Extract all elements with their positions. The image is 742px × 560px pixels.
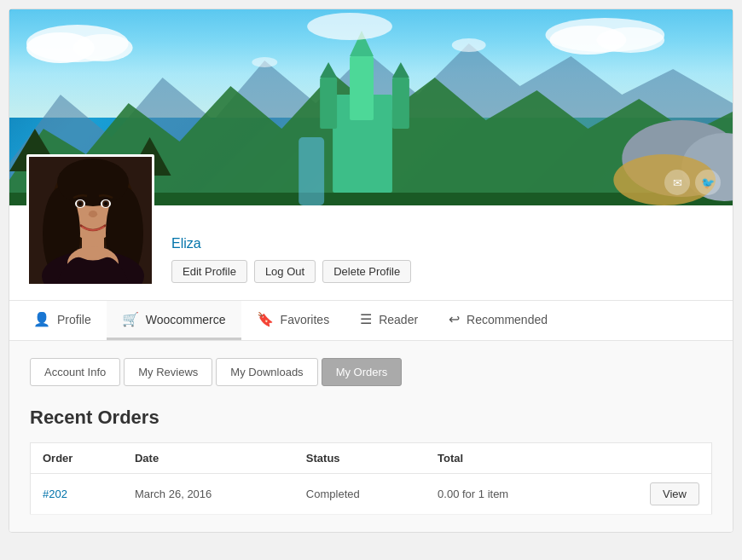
svg-marker-10 (392, 62, 409, 78)
svg-point-30 (57, 159, 129, 206)
woocommerce-icon: 🛒 (122, 311, 139, 327)
svg-marker-8 (320, 62, 337, 78)
tab-reader[interactable]: ☰ Reader (345, 301, 433, 340)
tab-favorites[interactable]: 🔖 Favorites (241, 301, 345, 340)
svg-point-36 (104, 202, 107, 205)
col-total: Total (426, 443, 587, 474)
tab-profile[interactable]: 👤 Profile (18, 301, 107, 340)
svg-point-20 (452, 38, 486, 52)
svg-rect-5 (350, 56, 374, 120)
profile-info: Eliza Edit Profile Log Out Delete Profil… (171, 236, 716, 286)
favorites-icon: 🔖 (257, 311, 274, 327)
twitter-social-button[interactable]: 🐦 (695, 170, 721, 195)
tab-favorites-label: Favorites (281, 313, 330, 326)
nav-tabs: 👤 Profile 🛒 Woocommerce 🔖 Favorites ☰ Re… (9, 301, 733, 341)
col-action (587, 443, 712, 474)
col-status: Status (294, 443, 426, 474)
svg-rect-3 (299, 137, 324, 205)
delete-profile-button[interactable]: Delete Profile (322, 260, 411, 283)
order-id-cell: #202 (31, 474, 123, 515)
sub-tab-my-orders[interactable]: My Orders (322, 358, 403, 386)
profile-buttons: Edit Profile Log Out Delete Profile (171, 260, 716, 283)
tab-woocommerce-label: Woocommerce (146, 313, 226, 326)
svg-point-21 (252, 57, 277, 67)
orders-section: Recent Orders Order Date Status Total #2… (30, 407, 712, 515)
svg-rect-9 (392, 78, 409, 129)
email-social-button[interactable]: ✉ (664, 170, 690, 195)
avatar-portrait (29, 157, 154, 286)
svg-rect-7 (320, 78, 337, 129)
edit-profile-button[interactable]: Edit Profile (171, 260, 247, 283)
svg-point-17 (307, 13, 392, 40)
avatar (26, 154, 154, 286)
order-status-cell: Completed (294, 474, 426, 515)
table-row: #202 March 26, 2016 Completed 0.00 for 1… (31, 474, 712, 515)
sub-tab-my-reviews[interactable]: My Reviews (124, 358, 212, 386)
order-link[interactable]: #202 (43, 488, 67, 500)
tab-reader-label: Reader (379, 313, 418, 326)
main-content: Account Info My Reviews My Downloads My … (9, 341, 733, 532)
sub-tab-my-downloads[interactable]: My Downloads (216, 358, 317, 386)
sub-tabs: Account Info My Reviews My Downloads My … (30, 358, 712, 386)
page-wrapper: ✉ 🐦 (9, 9, 733, 533)
order-action-cell: View (587, 474, 712, 515)
order-date-cell: March 26, 2016 (123, 474, 294, 515)
tab-recommended[interactable]: ↩ Recommended (433, 301, 563, 340)
recommended-icon: ↩ (449, 311, 460, 327)
order-total-cell: 0.00 for 1 item (426, 474, 587, 515)
logout-button[interactable]: Log Out (254, 260, 316, 283)
tab-woocommerce[interactable]: 🛒 Woocommerce (107, 301, 241, 340)
profile-name-link[interactable]: Eliza (171, 236, 716, 251)
sub-tab-account-info[interactable]: Account Info (30, 358, 120, 386)
svg-point-16 (596, 27, 664, 53)
profile-section: Eliza Edit Profile Log Out Delete Profil… (9, 205, 733, 301)
col-date: Date (123, 443, 294, 474)
table-header-row: Order Date Status Total (31, 443, 712, 474)
profile-icon: 👤 (33, 311, 50, 327)
view-order-button[interactable]: View (650, 482, 699, 505)
col-order: Order (31, 443, 123, 474)
cover-social: ✉ 🐦 (664, 170, 721, 195)
avatar-wrapper (26, 154, 154, 286)
orders-section-title: Recent Orders (30, 407, 712, 429)
tab-profile-label: Profile (57, 313, 91, 326)
svg-point-33 (78, 202, 82, 205)
reader-icon: ☰ (360, 311, 372, 327)
tab-recommended-label: Recommended (467, 313, 548, 326)
svg-point-13 (73, 34, 133, 61)
orders-table: Order Date Status Total #202 March 26, 2… (30, 442, 712, 515)
